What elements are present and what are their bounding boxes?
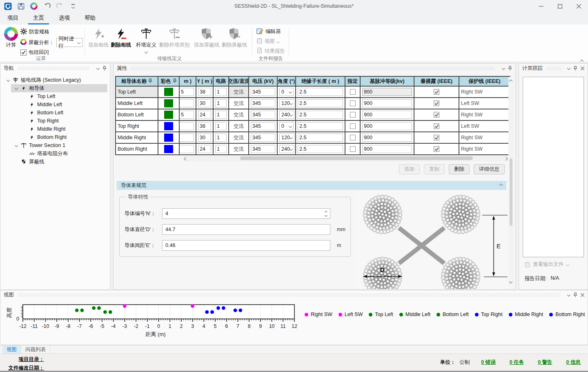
exposed-checkbox[interactable] (434, 112, 439, 118)
tree-expander-icon[interactable] (4, 79, 12, 81)
view-collapse-icon[interactable] (568, 294, 570, 296)
column-header-1[interactable]: 彩色 (158, 77, 180, 86)
x-input[interactable] (180, 134, 194, 142)
cell-bil[interactable]: 900 (361, 132, 414, 143)
designated-checkbox[interactable] (350, 100, 356, 106)
cell-designated[interactable] (345, 144, 361, 154)
circuit-input[interactable]: 1 (215, 88, 227, 96)
voltage-input[interactable]: 345 (251, 88, 275, 96)
angle-select[interactable]: 240 (279, 145, 294, 153)
cell-x[interactable] (180, 144, 196, 154)
trace-close-icon[interactable] (581, 67, 584, 70)
bil-input[interactable]: 900 (362, 134, 412, 142)
column-header-3[interactable]: Y ( m ) (196, 77, 214, 86)
cell-angle[interactable]: 120 (278, 98, 296, 109)
angle-select[interactable]: 120 (279, 99, 294, 107)
cell-y[interactable]: 30 (196, 132, 214, 143)
x-input[interactable] (180, 145, 194, 153)
bundle-field-input-2[interactable]: 0.46 (162, 240, 330, 251)
cell-designated[interactable] (345, 121, 361, 131)
cell-insulator[interactable]: 2.5 (296, 109, 345, 120)
cell-voltage[interactable]: 345 (249, 98, 278, 109)
properties-collapse-icon[interactable] (502, 67, 505, 69)
cell-exposed[interactable] (414, 87, 459, 97)
tree-expander-icon[interactable] (13, 87, 20, 89)
status-counter-任务[interactable]: 0 任务 (510, 359, 524, 366)
column-header-2[interactable]: m ) (180, 77, 196, 86)
angle-select[interactable]: 240 (279, 111, 294, 119)
y-input[interactable]: 24 (198, 111, 211, 119)
column-header-9[interactable]: 指定 (345, 77, 361, 86)
cell-insulator[interactable]: 2.5 (296, 98, 345, 109)
bil-input[interactable]: 900 (362, 145, 412, 153)
ribbon-tab-项目[interactable]: 项目 (0, 12, 26, 25)
cell-voltage[interactable]: 345 (249, 121, 278, 131)
column-header-10[interactable]: 基脉冲等级(kv) (361, 77, 414, 86)
x-input[interactable]: 5 (180, 111, 194, 119)
cell-insulator[interactable]: 2.5 (296, 87, 345, 97)
trace-collapse-icon[interactable] (568, 67, 570, 69)
designated-checkbox[interactable] (350, 89, 356, 95)
view-pin-icon[interactable] (573, 292, 577, 297)
status-counter-警告[interactable]: 0 警告 (538, 359, 552, 366)
insulator-input[interactable]: 2.5 (298, 88, 343, 96)
designated-checkbox[interactable] (350, 123, 356, 129)
insulator-input[interactable]: 2.5 (298, 134, 343, 142)
file-modified-label[interactable]: 文件修改日期： (3, 365, 44, 372)
tree-item-塔基电阻分布[interactable]: 塔基电阻分布 (0, 149, 109, 158)
designated-checkbox[interactable] (350, 135, 356, 140)
table-horizontal-scrollbar[interactable] (183, 155, 509, 161)
ses-ring-icon[interactable] (29, 2, 38, 11)
x-input[interactable] (180, 122, 194, 130)
cell-circuit[interactable]: 1 (214, 98, 229, 109)
properties-pin-icon[interactable] (508, 66, 512, 71)
spinner-icons[interactable] (325, 211, 327, 216)
voltage-input[interactable]: 345 (251, 122, 275, 130)
circuit-input[interactable]: 1 (215, 99, 227, 107)
voltage-input[interactable]: 345 (251, 145, 275, 153)
table-row[interactable]: Bottom Left5241交流3452402.5900Right SW (116, 109, 510, 121)
undo-icon[interactable] (42, 2, 51, 11)
exposed-checkbox[interactable] (434, 100, 439, 106)
y-input[interactable]: 24 (198, 145, 211, 153)
tree-item-相导体[interactable]: 相导体 (0, 84, 109, 92)
table-button-删除[interactable]: 删除 (449, 164, 470, 174)
ribbon-button-editor[interactable]: 编辑器 (256, 28, 281, 36)
bottom-tab-视图[interactable]: 视图 (2, 345, 21, 354)
cell-exposed[interactable] (414, 121, 459, 131)
shield-analysis-select[interactable]: 同时进行 (56, 38, 82, 47)
nav-pin-icon[interactable] (102, 66, 107, 71)
y-input[interactable]: 30 (198, 134, 211, 142)
tree-item-输电线路--section-legacy-[interactable]: 输电线路 (Section Legacy) (0, 76, 109, 84)
cell-x[interactable]: 5 (180, 87, 196, 97)
tree-item-top-left[interactable]: Top Left (0, 92, 109, 100)
y-input[interactable]: 30 (198, 99, 211, 107)
bil-input[interactable]: 900 (362, 111, 412, 119)
bil-input[interactable]: 900 (362, 88, 412, 96)
cell-angle[interactable]: 0 (278, 87, 296, 97)
cell-exposed[interactable] (414, 144, 459, 154)
cell-color[interactable] (158, 132, 180, 143)
cell-voltage[interactable]: 345 (249, 109, 278, 120)
close-button[interactable] (569, 0, 588, 12)
column-header-0[interactable]: 相导体名称 (116, 77, 158, 86)
insulator-input[interactable]: 2.5 (298, 99, 343, 107)
circuit-input[interactable]: 1 (215, 134, 227, 142)
tree-item-bottom-left[interactable]: Bottom Left (0, 109, 109, 117)
cell-angle[interactable]: 0 (278, 121, 296, 131)
y-input[interactable]: 38 (198, 88, 211, 96)
x-input[interactable]: 5 (180, 88, 194, 96)
bundle-field-input-0[interactable]: 4 (162, 208, 330, 219)
include-backflash-checkbox[interactable] (20, 49, 27, 56)
cell-insulator[interactable]: 2.5 (296, 121, 345, 131)
cell-angle[interactable]: 240 (278, 144, 296, 154)
table-row[interactable]: Top Right381交流34502.5900Left SW (116, 121, 510, 132)
table-row[interactable]: Bottom Right241交流3452402.5900Right SW (116, 144, 510, 154)
column-header-8[interactable]: 绝缘子长度 ( m ) (296, 77, 345, 86)
voltage-input[interactable]: 345 (251, 99, 275, 107)
cell-exposed[interactable] (414, 132, 459, 143)
cell-angle[interactable]: 120 (278, 132, 296, 143)
cell-bil[interactable]: 900 (361, 121, 414, 131)
status-counter-错误[interactable]: 0 错误 (481, 359, 495, 366)
column-header-7[interactable]: 角度 (°) (278, 77, 296, 86)
